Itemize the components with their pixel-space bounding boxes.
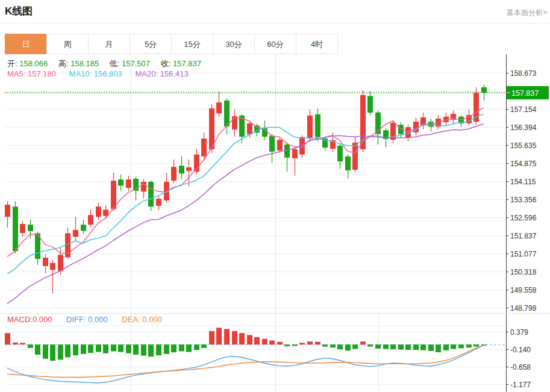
ma20-label: MA20: bbox=[135, 69, 158, 78]
svg-text:151.837: 151.837 bbox=[510, 232, 537, 240]
interval-tabs: 日 周 月 5分 15分 30分 60分 4时 bbox=[5, 34, 338, 54]
ma-info-bar: MA5: 157.180 MA10: 156.803 MA20: 156.413 bbox=[7, 69, 189, 78]
ma5-label: MA5: bbox=[7, 69, 25, 78]
page-title: K线图 bbox=[5, 4, 33, 18]
main-candlestick-chart[interactable]: 158.673157.154156.394155.635154.875154.1… bbox=[0, 54, 550, 313]
svg-text:155.635: 155.635 bbox=[510, 142, 537, 150]
high-value: 158.185 bbox=[70, 59, 99, 68]
diff-label: DIFF: bbox=[66, 315, 86, 324]
tab-week[interactable]: 周 bbox=[46, 34, 89, 54]
tab-month[interactable]: 月 bbox=[88, 34, 130, 54]
svg-text:156.394: 156.394 bbox=[510, 123, 537, 132]
tab-day[interactable]: 日 bbox=[5, 34, 47, 54]
svg-text:157.154: 157.154 bbox=[510, 105, 537, 114]
ma10-label: MA10: bbox=[69, 69, 92, 78]
svg-text:154.115: 154.115 bbox=[510, 178, 536, 186]
svg-text:-0.140: -0.140 bbox=[510, 346, 531, 354]
svg-text:-1.177: -1.177 bbox=[510, 381, 531, 389]
ohlc-info-bar: 开: 158.066 高: 158.185 低: 157.507 收: 157.… bbox=[7, 58, 210, 69]
high-label: 高: bbox=[58, 59, 69, 68]
diff-value: 0.000 bbox=[88, 315, 108, 324]
svg-text:150.318: 150.318 bbox=[510, 268, 537, 276]
tab-5min[interactable]: 5分 bbox=[130, 34, 172, 54]
open-label: 开: bbox=[7, 59, 17, 68]
svg-text:153.356: 153.356 bbox=[510, 196, 537, 204]
low-label: 低: bbox=[110, 59, 120, 68]
svg-text:151.077: 151.077 bbox=[510, 250, 537, 258]
svg-text:154.875: 154.875 bbox=[510, 160, 537, 168]
fundamental-analysis-link[interactable]: 基本面分析> bbox=[507, 8, 547, 18]
tab-60min[interactable]: 60分 bbox=[254, 34, 296, 54]
ma5-value: 157.180 bbox=[28, 69, 56, 78]
svg-text:0.379: 0.379 bbox=[510, 328, 528, 337]
svg-text:148.798: 148.798 bbox=[510, 304, 537, 313]
svg-text:-0.658: -0.658 bbox=[510, 363, 531, 372]
svg-text:158.673: 158.673 bbox=[510, 69, 537, 78]
header-divider bbox=[0, 23, 550, 23]
dea-label: DEA: bbox=[122, 315, 140, 324]
ma20-value: 156.413 bbox=[160, 69, 189, 78]
tab-15min[interactable]: 15分 bbox=[171, 34, 213, 54]
svg-text:152.596: 152.596 bbox=[510, 214, 537, 222]
open-value: 158.066 bbox=[19, 59, 48, 68]
svg-text:157.837: 157.837 bbox=[511, 89, 539, 98]
dea-value: 0.000 bbox=[142, 315, 162, 324]
tab-4hour[interactable]: 4时 bbox=[296, 34, 338, 54]
ma10-value: 156.803 bbox=[94, 69, 122, 78]
panel-separator bbox=[0, 313, 550, 314]
close-value: 157.837 bbox=[173, 59, 201, 68]
close-label: 收: bbox=[161, 59, 171, 68]
tab-30min[interactable]: 30分 bbox=[213, 34, 255, 54]
low-value: 157.507 bbox=[122, 59, 150, 68]
macd-info-bar: MACD:0.000 DIFF: 0.000 DEA: 0.000 bbox=[7, 315, 162, 324]
svg-text:149.558: 149.558 bbox=[510, 286, 537, 294]
macd-value: 0.000 bbox=[33, 315, 52, 324]
macd-label: MACD: bbox=[7, 315, 33, 324]
